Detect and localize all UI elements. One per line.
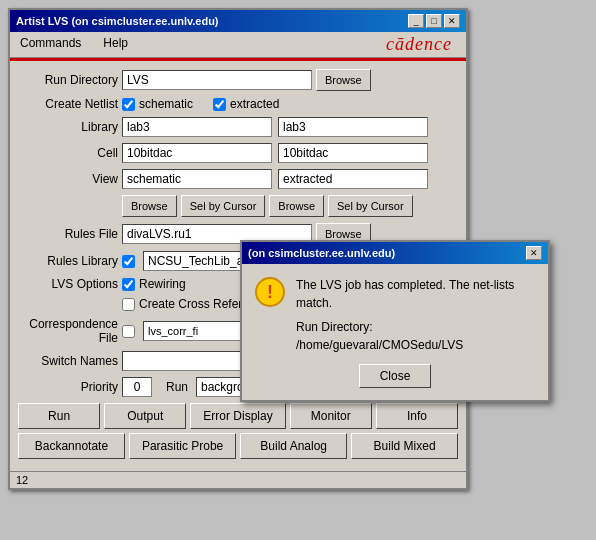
library-inputs [122,117,458,137]
dialog-line1: The LVS job has completed. The net-lists… [296,276,536,312]
view-label: View [18,172,118,186]
cell-row: Cell [18,143,458,163]
maximize-button[interactable]: □ [426,14,442,28]
menu-bar: Commands Help cādence [10,32,466,58]
lvs-options-label: LVS Options [18,277,118,291]
extracted-checkbox[interactable] [213,98,226,111]
rewiring-check-label[interactable]: Rewiring [122,277,186,291]
title-bar: Artist LVS (on csimcluster.ee.unlv.edu) … [10,10,466,32]
rewiring-label: Rewiring [139,277,186,291]
build-analog-button[interactable]: Build Analog [240,433,347,459]
cross-ref-checkbox[interactable] [122,298,135,311]
rewiring-checkbox[interactable] [122,278,135,291]
view-row: View [18,169,458,189]
window-title: Artist LVS (on csimcluster.ee.unlv.edu) [16,15,219,27]
status-value: 12 [16,474,28,486]
dialog-close-action-button[interactable]: Close [359,364,432,388]
dialog-text-block: The LVS job has completed. The net-lists… [296,276,536,354]
run-directory-label: Run Directory [18,73,118,87]
library-schematic-input[interactable] [122,117,272,137]
commands-menu[interactable]: Commands [14,34,87,55]
close-button[interactable]: ✕ [444,14,460,28]
priority-label: Priority [18,380,118,394]
action-buttons-row2: Backannotate Parasitic Probe Build Analo… [18,433,458,459]
run-button[interactable]: Run [18,403,100,429]
browse-sel-buttons: Browse Sel by Cursor Browse Sel by Curso… [122,195,413,217]
action-buttons-row1: Run Output Error Display Monitor Info [18,403,458,429]
create-netlist-label: Create Netlist [18,97,118,111]
browse-button-run[interactable]: Browse [316,69,371,91]
rules-file-label: Rules File [18,227,118,241]
warning-icon: ! [254,276,286,308]
dialog-title: (on csimcluster.ee.unlv.edu) [248,247,395,259]
status-bar: 12 [10,471,466,488]
dialog-title-bar: (on csimcluster.ee.unlv.edu) ✕ [242,242,548,264]
minimize-button[interactable]: _ [408,14,424,28]
build-mixed-button[interactable]: Build Mixed [351,433,458,459]
output-button[interactable]: Output [104,403,186,429]
library-row: Library [18,117,458,137]
parasitic-probe-button[interactable]: Parasitic Probe [129,433,236,459]
sel-cursor-extracted-button[interactable]: Sel by Cursor [328,195,413,217]
dialog-close-btn-row: Close [254,364,536,388]
netlist-checks: schematic extracted [122,97,458,111]
priority-input[interactable] [122,377,152,397]
cell-extracted-input[interactable] [278,143,428,163]
corr-check-label[interactable] [122,325,135,338]
library-label: Library [18,120,118,134]
schematic-checkbox[interactable] [122,98,135,111]
dialog-line2: Run Directory: /home/guevaral/CMOSedu/LV… [296,318,536,354]
rules-library-checkbox[interactable] [122,255,135,268]
cell-inputs [122,143,458,163]
dialog-close-button[interactable]: ✕ [526,246,542,260]
view-extracted-input[interactable] [278,169,428,189]
library-extracted-input[interactable] [278,117,428,137]
cell-schematic-input[interactable] [122,143,272,163]
rules-library-label: Rules Library [18,254,118,268]
browse-sel-row: Browse Sel by Cursor Browse Sel by Curso… [18,195,458,217]
view-schematic-input[interactable] [122,169,272,189]
error-display-button[interactable]: Error Display [190,403,285,429]
dialog-window: (on csimcluster.ee.unlv.edu) ✕ ! The LVS… [240,240,550,402]
browse-extracted-button[interactable]: Browse [269,195,324,217]
schematic-check-label[interactable]: schematic [122,97,193,111]
create-netlist-row: Create Netlist schematic extracted [18,97,458,111]
dialog-body: ! The LVS job has completed. The net-lis… [254,276,536,354]
cadence-logo: cādence [386,34,462,55]
sel-cursor-schematic-button[interactable]: Sel by Cursor [181,195,266,217]
extracted-label: extracted [230,97,279,111]
cell-label: Cell [18,146,118,160]
extracted-check-label[interactable]: extracted [213,97,279,111]
corr-checkbox[interactable] [122,325,135,338]
dialog-content: ! The LVS job has completed. The net-lis… [242,264,548,400]
schematic-label: schematic [139,97,193,111]
switch-names-label: Switch Names [18,354,118,368]
help-menu[interactable]: Help [97,34,134,55]
run-label: Run [166,380,188,394]
title-bar-controls: _ □ ✕ [408,14,460,28]
run-directory-input[interactable] [122,70,312,90]
run-directory-row: Run Directory Browse [18,69,458,91]
correspondence-label: Correspondence File [18,317,118,345]
rules-library-check-label[interactable] [122,255,135,268]
view-inputs [122,169,458,189]
backannotate-button[interactable]: Backannotate [18,433,125,459]
monitor-button[interactable]: Monitor [290,403,372,429]
browse-schematic-button[interactable]: Browse [122,195,177,217]
info-button[interactable]: Info [376,403,458,429]
warning-circle: ! [255,277,285,307]
